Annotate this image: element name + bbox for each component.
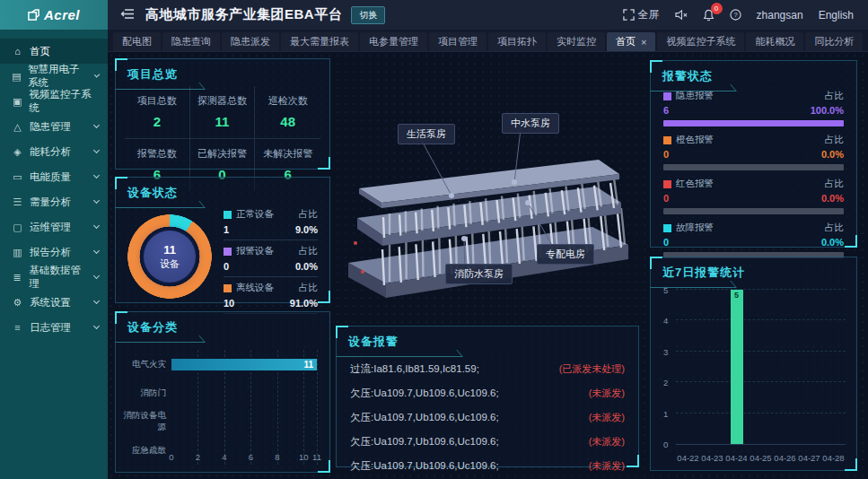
device-percent: 91.0% [290, 298, 318, 309]
alarm-percent: 0.0% [821, 237, 844, 248]
fullscreen-button[interactable]: 全屏 [623, 7, 660, 22]
notifications-button[interactable]: 0 [703, 9, 715, 22]
project-overview-stats: 项目总数2探测器总数11巡检次数48报警总数6已解决报警0未解决报警6 [125, 86, 320, 191]
chevron-down-icon [93, 273, 100, 279]
room-label-专配电房[interactable]: 专配电房 [537, 244, 594, 265]
building-column [383, 217, 384, 238]
chevron-down-icon [93, 222, 100, 229]
tab-隐患派发[interactable]: 隐患派发 [222, 32, 279, 51]
alarm-status-list: 隐患报警占比6100.0%橙色报警占比00.0%红色报警占比00.0%故障报警占… [651, 84, 856, 258]
x-label: 04-25 [749, 453, 773, 463]
sidebar-item-首页[interactable]: ⌂首页 [0, 39, 108, 64]
tab-项目拓扑[interactable]: 项目拓扑 [488, 32, 546, 51]
sidebar-item-系统设置[interactable]: ⚙系统设置 [0, 290, 108, 315]
help-button[interactable]: ? [730, 9, 741, 21]
device-alarm-panel: 设备报警 过流:Ia81.6,Ib81.59,Ic81.59;(已派发未处理)欠… [336, 326, 639, 467]
x-tick: 2 [196, 452, 200, 462]
sidebar-item-报告分析[interactable]: ▥报告分析 [0, 240, 108, 265]
alarm-text: 过流:Ia81.6,Ib81.59,Ic81.59; [350, 362, 479, 376]
tab-配电图[interactable]: 配电图 [113, 32, 161, 51]
building-column [416, 213, 416, 234]
app-header: Acrel 高地城市服务产业集团EBA平台 切换 全屏 0 ? zhangsan… [0, 0, 868, 30]
sidebar-item-视频监控子系统[interactable]: ▣视频监控子系统 [0, 89, 108, 114]
bar-column [676, 290, 700, 444]
x-tick: 11 [312, 452, 321, 462]
room-label-消防水泵房[interactable]: 消防水泵房 [445, 264, 513, 284]
tab-最大需量报表[interactable]: 最大需量报表 [281, 32, 358, 51]
building-column [486, 198, 487, 222]
alarm-row[interactable]: 欠压:Ua109.7,Ub109.6,Uc109.6;(未派发) [350, 430, 625, 454]
tab-label: 电参量管理 [369, 35, 418, 48]
alarm-status: (已派发未处理) [559, 362, 625, 376]
tab-label: 首页 [616, 35, 636, 48]
alarm-row[interactable]: 欠压:Ua109.7,Ub109.6,Uc109.6;(未派发) [350, 454, 625, 478]
tab-隐患查询[interactable]: 隐患查询 [162, 32, 220, 51]
alarm-row[interactable]: 欠压:Ua109.7,Ub109.6,Uc109.6;(未派发) [350, 381, 625, 405]
ratio-header: 占比 [825, 134, 844, 146]
volume-muted-icon [675, 9, 688, 21]
building-3d-scene: 生活泵房中水泵房专配电房消防水泵房 [336, 59, 645, 321]
sidebar-item-能耗分析[interactable]: ◈能耗分析 [0, 139, 108, 164]
sensor-dot [354, 241, 357, 245]
building-column [453, 204, 454, 226]
collapse-sidebar-icon[interactable] [120, 7, 135, 23]
energy-icon: ◈ [12, 146, 23, 158]
alarm-status: (未派发) [589, 435, 625, 449]
bar-04-24: 5 [731, 290, 743, 444]
category-label: 消防门 [121, 379, 171, 407]
switch-project-button[interactable]: 切换 [351, 6, 385, 24]
tab-close-icon[interactable]: × [641, 37, 646, 48]
ratio-header: 占比 [825, 222, 844, 234]
alarm-row[interactable]: 欠压:Ua109.7,Ub109.6,Uc109.6;(未派发) [350, 405, 625, 430]
alarm-type-label: 故障报警 [676, 222, 714, 234]
stat-label: 探测器总数 [190, 94, 255, 108]
donut-center-value: 11 [163, 243, 176, 257]
legend-label: 离线设备 [236, 282, 274, 294]
alarm-text: 欠压:Ua109.7,Ub109.6,Uc109.6; [350, 411, 499, 424]
building-column [422, 208, 423, 231]
legend-color-swatch [224, 211, 232, 219]
sidebar-item-隐患管理[interactable]: △隐患管理 [0, 114, 108, 139]
tab-电参量管理[interactable]: 电参量管理 [360, 32, 427, 51]
callout-dot [461, 236, 467, 241]
sidebar-item-需量分析[interactable]: ☰需量分析 [0, 189, 108, 214]
alarm-row[interactable]: 过流:Ia81.6,Ib81.59,Ic81.59;(已派发未处理) [350, 357, 625, 381]
ops-icon: ▢ [12, 222, 23, 233]
progress-track [663, 120, 844, 126]
tab-首页[interactable]: 首页× [607, 32, 655, 51]
project-overview-panel: 项目总览 项目总数2探测器总数11巡检次数48报警总数6已解决报警0未解决报警6 [115, 58, 330, 170]
tab-同比分析[interactable]: 同比分析 [805, 32, 863, 51]
panel-title: 项目总览 [116, 59, 329, 83]
category-label: 消防设备电源 [121, 407, 171, 436]
language-switch[interactable]: English [819, 9, 854, 22]
tab-项目管理[interactable]: 项目管理 [429, 32, 487, 51]
alarm-status-item-红色报警: 红色报警占比00.0% [663, 178, 844, 214]
username[interactable]: zhangsan [757, 9, 803, 22]
sidebar-item-智慧用电子系统[interactable]: ▤智慧用电子系统 [0, 64, 108, 89]
tab-能耗概况[interactable]: 能耗概况 [746, 32, 803, 51]
alarm-status-values: 00.0% [663, 190, 844, 208]
sidebar-item-运维管理[interactable]: ▢运维管理 [0, 214, 108, 240]
log-icon: ≡ [12, 322, 23, 333]
hazard-icon: △ [12, 121, 23, 133]
sidebar-item-电能质量[interactable]: ▭电能质量 [0, 164, 108, 189]
sidebar-item-label: 日志管理 [30, 321, 71, 335]
sidebar-item-基础数据管理[interactable]: ≣基础数据管理 [0, 265, 108, 290]
panel-title: 近7日报警统计 [651, 257, 856, 281]
room-label-中水泵房[interactable]: 中水泵房 [502, 113, 559, 134]
tab-实时监控[interactable]: 实时监控 [548, 32, 605, 51]
legend-item-正常设备: 正常设备占比19.0% [224, 208, 318, 240]
progress-track [663, 208, 844, 214]
weekly-alarm-panel: 近7日报警统计 0123455 04-2204-2304-2404-2504-2… [650, 257, 857, 471]
sidebar-item-日志管理[interactable]: ≡日志管理 [0, 315, 108, 340]
tab-label: 配电图 [122, 35, 152, 48]
stat-探测器总数: 探测器总数11 [190, 86, 256, 139]
alarm-type-label: 隐患报警 [676, 90, 714, 102]
base-data-icon: ≣ [12, 272, 22, 283]
tab-视频监控子系统[interactable]: 视频监控子系统 [657, 32, 744, 51]
room-label-生活泵房[interactable]: 生活泵房 [398, 124, 455, 144]
alarm-percent: 0.0% [821, 193, 844, 204]
tab-label: 最大需量报表 [290, 35, 349, 48]
category-label: 电气火灾 [121, 350, 171, 379]
volume-muted-button[interactable] [675, 9, 688, 21]
